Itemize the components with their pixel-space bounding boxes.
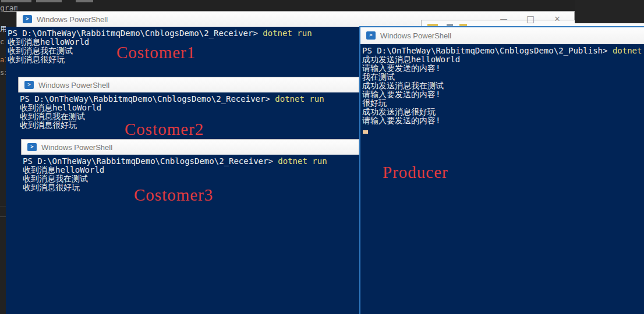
background-text-fragment [76, 0, 93, 2]
console-output-line: 成功发送消息helloWorld [362, 55, 644, 64]
window-title: Windows PowerShell [38, 81, 109, 90]
background-divider [0, 216, 6, 217]
prompt-text: PS D:\OnTheWay\RabbitmqDemo\CnblogsDemo\… [362, 46, 613, 55]
close-button[interactable]: ✕ [551, 14, 564, 24]
prompt-text: PS D:\OnTheWay\RabbitmqDemo\CnblogsDemo\… [23, 156, 278, 166]
receiver2-titlebar[interactable]: > Windows PowerShell [18, 77, 359, 92]
command-text: dotnet run [275, 94, 324, 104]
powershell-icon: > [23, 15, 32, 23]
console-output-line: 收到消息helloWorld [23, 166, 359, 174]
annotation-costomer2: Costomer2 [125, 120, 204, 139]
receiver3-console[interactable]: PS D:\OnTheWay\RabbitmqDemo\CnblogsDemo\… [21, 155, 359, 314]
console-output-line: 很好玩 [362, 99, 644, 108]
command-line: PS D:\OnTheWay\RabbitmqDemo\CnblogsDemo\… [23, 157, 359, 166]
console-output-line: 成功发送消息很好玩 [362, 108, 644, 116]
console-output-line: 请输入要发送的内容! [362, 116, 644, 125]
command-text: dotnet run [263, 28, 312, 38]
command-line: PS D:\OnTheWay\RabbitmqDemo\CnblogsDemo\… [20, 95, 359, 104]
receiver3-window: > Windows PowerShell PS D:\OnTheWay\Rabb… [21, 139, 359, 314]
background-code-fragment: si [0, 69, 6, 77]
annotation-producer: Producer [383, 163, 448, 182]
background-code-fragment: 用 [0, 26, 6, 33]
console-output-line: 收到消息helloWorld [20, 104, 359, 112]
background-divider [0, 206, 6, 206]
command-line: PS D:\OnTheWay\RabbitmqDemo\CnblogsDemo\… [362, 47, 644, 55]
window-title: Windows PowerShell [380, 31, 451, 40]
powershell-icon: > [366, 31, 376, 40]
console-output-line: 请输入要发送的内容! [362, 64, 644, 73]
powershell-icon: > [24, 81, 34, 89]
console-output-line: 我在测试 [362, 73, 644, 81]
terminal-cursor [363, 130, 368, 134]
window-controls: — □ ✕ [497, 12, 564, 27]
console-output-line: 成功发送消息我在测试 [362, 81, 644, 90]
prompt-text: PS D:\OnTheWay\RabbitmqDemo\CnblogsDemo\… [20, 94, 275, 104]
background-code-fragment: c [0, 38, 6, 46]
background-text-fragment [36, 0, 62, 2]
background-code-fragment: a1 [0, 56, 6, 64]
command-text: dotnet run [613, 46, 644, 55]
command-text: dotnet run [278, 156, 327, 166]
receiver3-titlebar[interactable]: > Windows PowerShell [21, 139, 359, 155]
annotation-costomer3: Costomer3 [134, 185, 213, 205]
maximize-button[interactable]: □ [524, 14, 537, 24]
window-title: Windows PowerShell [37, 15, 108, 24]
producer-titlebar[interactable]: > Windows PowerShell [360, 27, 644, 44]
background-area [575, 0, 644, 23]
prompt-text: PS D:\OnTheWay\RabbitmqDemo\CnblogsDemo\… [8, 28, 263, 38]
window-title: Windows PowerShell [41, 143, 112, 152]
console-output-line: 收到消息我在测试 [23, 174, 359, 183]
minimize-button[interactable]: — [497, 14, 510, 24]
powershell-icon: > [27, 143, 37, 151]
console-output-line: 请输入要发送的内容! [362, 90, 644, 99]
background-code-fragment: gram [0, 3, 17, 12]
background-text-fragment [1, 0, 31, 2]
annotation-costomer1: Costomer1 [116, 43, 196, 62]
command-line: PS D:\OnTheWay\RabbitmqDemo\CnblogsDemo\… [8, 29, 359, 38]
